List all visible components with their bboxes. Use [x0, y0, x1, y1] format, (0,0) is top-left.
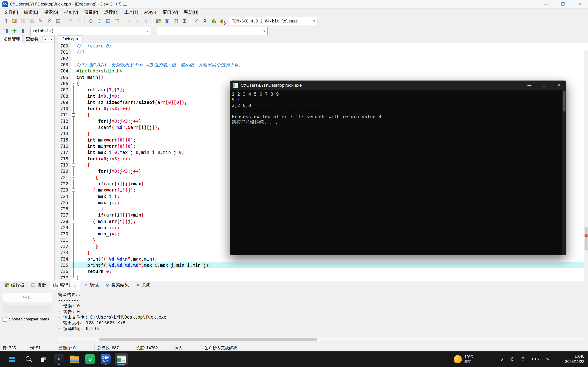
- swap-header-source-button[interactable]: ◫: [112, 17, 121, 25]
- close-all-button[interactable]: ✕: [45, 17, 54, 25]
- console-scrollbar[interactable]: [562, 90, 566, 255]
- panel-tab-0[interactable]: 编译器: [1, 281, 27, 290]
- undo-button[interactable]: ↶: [66, 17, 74, 25]
- game-app-icon: ✦: [54, 354, 64, 364]
- log-line: - 警告: 0: [58, 309, 583, 315]
- menu-item-8[interactable]: 窗口[W]: [160, 8, 181, 16]
- chevron-down-icon: ∨: [263, 29, 265, 33]
- tab-fuck-cpp[interactable]: fuck.cpp: [58, 35, 82, 43]
- maximize-button[interactable]: ❐: [554, 0, 571, 8]
- console-minimize-button[interactable]: —: [522, 81, 537, 90]
- console-body[interactable]: 1 2 3 4 5 6 7 8 99 12,2 0,0-------------…: [230, 90, 566, 255]
- minimize-button[interactable]: —: [538, 0, 554, 8]
- task-view-button[interactable]: [37, 353, 50, 366]
- replace-button[interactable]: ⊙: [95, 17, 104, 25]
- console-close-button[interactable]: ✕: [552, 81, 566, 90]
- fold-marker[interactable]: [71, 112, 77, 118]
- input-language-indicator[interactable]: 英: [510, 357, 514, 362]
- code-line[interactable]: 704#include<stdio.h>: [55, 68, 588, 74]
- goto-line-button[interactable]: ▤: [104, 17, 112, 25]
- dev-cpp-button[interactable]: DEVC++: [99, 353, 112, 366]
- console-title-bar[interactable]: C:\Users\LYH\Desktop\fuck.exe — □ ✕: [230, 81, 566, 90]
- cpp-label: C++: [103, 359, 108, 362]
- file-explorer-button[interactable]: [68, 353, 81, 366]
- fold-marker[interactable]: [71, 81, 77, 87]
- menu-item-4[interactable]: 项目[P]: [81, 8, 101, 16]
- code-line[interactable]: 700// return 0;: [55, 43, 588, 49]
- fold-marker: [71, 268, 77, 275]
- log-horizontal-scrollbar[interactable]: [57, 337, 586, 341]
- hidden-icons-chevron-icon[interactable]: ∧: [501, 357, 503, 361]
- toolbar-separator: [85, 17, 85, 25]
- game-app-button[interactable]: ✦: [52, 353, 65, 366]
- code-line[interactable]: 734 printf("%d %d\n",max,min);: [55, 256, 588, 262]
- project-tree[interactable]: [0, 43, 54, 281]
- insert-new-button[interactable]: ✚: [10, 27, 19, 35]
- new-file-button[interactable]: ▯: [1, 17, 10, 25]
- stop-execution-button[interactable]: ✗: [201, 17, 209, 25]
- profile-delete-button[interactable]: ✗: [218, 17, 227, 25]
- toggle-bookmark-button[interactable]: ▮: [19, 27, 27, 35]
- panel-tab-2[interactable]: 编译日志: [50, 281, 80, 290]
- sidebar-tab-0[interactable]: 项目管理: [1, 35, 23, 43]
- print-button[interactable]: ▤: [54, 17, 62, 25]
- menu-item-2[interactable]: 搜索[S]: [41, 8, 61, 16]
- console-window-button[interactable]: [115, 353, 128, 366]
- menu-item-0[interactable]: 文件[F]: [1, 8, 21, 16]
- sidebar-arrow-left-button[interactable]: ◂: [42, 36, 48, 42]
- sidebar-arrow-right-button[interactable]: ▸: [49, 36, 54, 42]
- messenger-app-button[interactable]: ∪: [84, 353, 96, 366]
- compile-button[interactable]: [154, 17, 163, 25]
- volume-muted-icon[interactable]: ✕: [532, 358, 540, 361]
- panel-tab-3[interactable]: ✓调试: [81, 281, 102, 290]
- code-line[interactable]: 736 return 0;: [55, 268, 588, 275]
- code-line[interactable]: 703//7）编写程序，分别找出多个n× m数组的最大值、最小值，并输出两个值的…: [55, 62, 588, 68]
- compile-run-button[interactable]: ◫: [171, 17, 180, 25]
- fold-marker[interactable]: [71, 187, 77, 193]
- menu-item-7[interactable]: AStyle: [141, 9, 160, 15]
- fold-marker[interactable]: [71, 218, 77, 225]
- menu-item-3[interactable]: 视图[V]: [61, 8, 81, 16]
- members-select[interactable]: ∨: [157, 27, 268, 35]
- menu-item-9[interactable]: 帮助[H]: [181, 8, 201, 16]
- menu-item-6[interactable]: 工具[T]: [121, 8, 141, 16]
- menu-item-1[interactable]: 编辑[E]: [21, 8, 41, 16]
- weather-widget[interactable]: 19°C 晴朗: [454, 354, 473, 364]
- panel-tab-5[interactable]: ✕关闭: [132, 281, 154, 290]
- menu-item-5[interactable]: 运行[R]: [101, 8, 121, 16]
- compiler-select[interactable]: TDM-GCC 4.9.2 64-bit Release ∨: [230, 17, 317, 25]
- fold-marker[interactable]: [71, 175, 77, 181]
- code-line[interactable]: 701//}: [55, 49, 588, 55]
- editor-scrollbar[interactable]: [584, 50, 588, 281]
- sidebar-tab-1[interactable]: 查看类: [23, 35, 41, 43]
- pen-battery-icon[interactable]: ✎: [546, 357, 549, 362]
- fold-marker[interactable]: [71, 162, 77, 168]
- scrollbar-thumb[interactable]: [99, 338, 317, 341]
- code-line[interactable]: 705int main(): [55, 74, 588, 81]
- find-button[interactable]: ⊙: [86, 17, 95, 25]
- open-file-button[interactable]: ◪: [10, 17, 19, 25]
- scrollbar-thumb[interactable]: [563, 91, 565, 111]
- code-line[interactable]: 735 printf("%d,%d %d,%d",max_i,max_j,min…: [55, 262, 588, 268]
- console-maximize-button[interactable]: □: [537, 81, 552, 90]
- profile-button[interactable]: [209, 17, 218, 25]
- panel-tab-1[interactable]: ❐资源: [28, 281, 49, 290]
- search-button[interactable]: [21, 353, 34, 366]
- close-file-button[interactable]: ✕: [36, 17, 45, 25]
- scrollbar-thumb[interactable]: [585, 227, 588, 250]
- shorten-paths-checkbox[interactable]: [2, 317, 7, 322]
- taskbar-clock[interactable]: 16:40 2025/11/22: [565, 354, 584, 365]
- code-line[interactable]: 737}: [55, 275, 588, 281]
- run-button[interactable]: ▣: [163, 17, 171, 25]
- close-button[interactable]: ✕: [571, 0, 588, 8]
- save-all-button: ▩: [27, 17, 36, 25]
- rebuild-button[interactable]: ⊞: [180, 17, 189, 25]
- code-line[interactable]: 702: [55, 56, 588, 62]
- syntax-check-button[interactable]: ✓: [192, 17, 201, 25]
- wifi-icon[interactable]: [520, 357, 526, 361]
- goto-definition-button[interactable]: ◨: [1, 27, 10, 35]
- globals-select[interactable]: (globals) ∨: [30, 27, 151, 35]
- start-button[interactable]: [6, 353, 18, 366]
- panel-tab-4[interactable]: ⊙搜索结果: [103, 281, 132, 290]
- fold-marker: [71, 168, 77, 174]
